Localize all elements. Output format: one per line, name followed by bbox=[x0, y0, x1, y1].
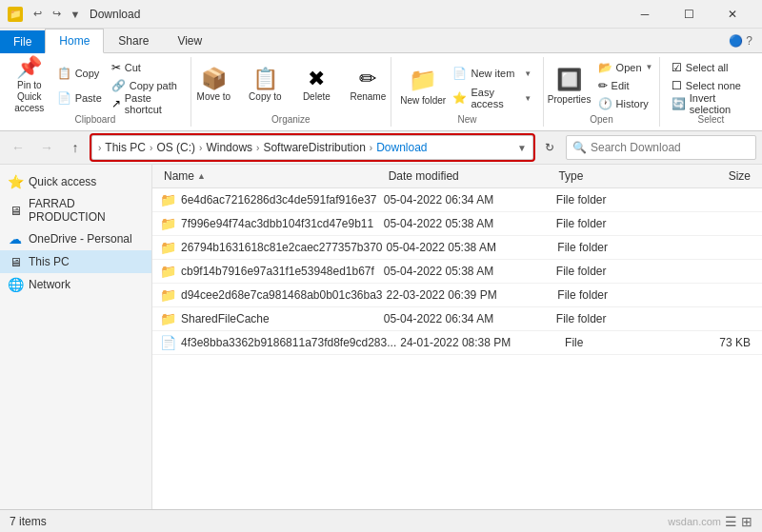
file-type: File folder bbox=[552, 190, 670, 209]
file-type: File folder bbox=[552, 214, 670, 233]
rename-button[interactable]: ✏ Rename bbox=[343, 59, 392, 112]
file-list: Name ▲ Date modified Type Size 📁 6e4d6ac… bbox=[152, 165, 762, 509]
col-header-date[interactable]: Date modified bbox=[385, 167, 555, 186]
address-bar[interactable]: › This PC › OS (C:) › Windows › Software… bbox=[91, 135, 533, 160]
pin-quick-access-button[interactable]: 📌 Pin to Quick access bbox=[8, 59, 51, 112]
table-row[interactable]: 📁 cb9f14b7916e97a31f1e53948ed1b67f 05-04… bbox=[152, 260, 762, 284]
tab-file[interactable]: File bbox=[0, 30, 45, 53]
table-row[interactable]: 📄 4f3e8bba3362b9186811a73fd8fe9cd283... … bbox=[152, 331, 762, 355]
file-name: d94cee2d68e7ca981468ab0b01c36ba3 bbox=[181, 288, 383, 302]
sidebar-item-network[interactable]: 🌐 Network bbox=[0, 273, 151, 296]
cut-button[interactable]: ✂ Cut bbox=[108, 59, 183, 76]
open-group-label: Open bbox=[590, 112, 612, 125]
select-all-button[interactable]: ☑ Select all bbox=[668, 59, 754, 75]
select-group: ☑ Select all ☐ Select none 🔄 Invert sele… bbox=[660, 57, 762, 127]
table-row[interactable]: 📁 6e4d6ac7216286d3c4de591faf916e37 05-04… bbox=[152, 188, 762, 212]
sidebar-item-onedrive[interactable]: ☁ OneDrive - Personal bbox=[0, 227, 151, 250]
rename-icon: ✏ bbox=[359, 69, 376, 89]
window-title: Download bbox=[90, 8, 140, 21]
maximize-button[interactable]: ☐ bbox=[667, 0, 711, 29]
select-none-label: Select none bbox=[686, 80, 741, 91]
table-row[interactable]: 📁 d94cee2d68e7ca981468ab0b01c36ba3 22-03… bbox=[152, 284, 762, 307]
tab-home[interactable]: Home bbox=[45, 29, 104, 53]
sidebar-item-this-pc[interactable]: 🖥 This PC bbox=[0, 250, 151, 273]
file-date: 05-04-2022 05:38 AM bbox=[380, 262, 552, 281]
sidebar-item-farrad[interactable]: 🖥 FARRAD PRODUCTION bbox=[0, 193, 151, 227]
move-to-button[interactable]: 📦 Move to bbox=[189, 59, 238, 112]
col-header-type[interactable]: Type bbox=[554, 167, 671, 186]
table-row[interactable]: 📁 7f996e94f74ac3dbb104f31cd47e9b11 05-04… bbox=[152, 212, 762, 236]
new-folder-button[interactable]: 📁 New folder bbox=[399, 59, 448, 112]
table-row[interactable]: 📁 26794b1631618c81e2caec277357b370 05-04… bbox=[152, 236, 762, 260]
view-icons[interactable]: ☰ bbox=[725, 514, 737, 529]
file-name: SharedFileCache bbox=[181, 312, 270, 325]
address-crumb-2[interactable]: Windows bbox=[206, 141, 252, 154]
main-area: ⭐ Quick access 🖥 FARRAD PRODUCTION ☁ One… bbox=[0, 165, 762, 509]
up-button[interactable]: ↑ bbox=[63, 135, 88, 160]
close-button[interactable]: ✕ bbox=[711, 0, 754, 29]
help-button[interactable]: 🔵 ? bbox=[719, 30, 762, 52]
customize-button[interactable]: ▼ bbox=[67, 6, 84, 23]
file-type: File folder bbox=[553, 286, 671, 305]
open-icon: 📂 bbox=[598, 61, 612, 74]
copy-label: Copy bbox=[75, 68, 100, 79]
history-button[interactable]: 🕐 History bbox=[594, 96, 657, 112]
invert-selection-button[interactable]: 🔄 Invert selection bbox=[668, 95, 754, 112]
sidebar-label-onedrive: OneDrive - Personal bbox=[29, 232, 132, 246]
item-count: 7 items bbox=[10, 515, 47, 528]
tab-view[interactable]: View bbox=[163, 29, 216, 53]
copy-to-icon: 📋 bbox=[252, 69, 278, 89]
address-crumb-1[interactable]: OS (C:) bbox=[156, 141, 195, 154]
redo-button[interactable]: ↪ bbox=[48, 6, 65, 23]
file-size bbox=[670, 268, 754, 274]
address-crumb-0[interactable]: This PC bbox=[105, 141, 146, 154]
col-header-size[interactable]: Size bbox=[671, 167, 754, 186]
paste-icon: 📄 bbox=[57, 91, 71, 105]
file-icon: 📁 bbox=[160, 287, 175, 303]
select-none-button[interactable]: ☐ Select none bbox=[668, 77, 754, 93]
forward-button[interactable]: → bbox=[34, 135, 59, 160]
paste-shortcut-icon: ↗ bbox=[111, 97, 121, 110]
delete-button[interactable]: ✖ Delete bbox=[291, 59, 341, 112]
address-crumb-4[interactable]: Download bbox=[376, 141, 427, 154]
search-bar[interactable]: 🔍 bbox=[566, 135, 756, 160]
address-dropdown-icon[interactable]: ▼ bbox=[517, 143, 527, 153]
sidebar-item-quick-access[interactable]: ⭐ Quick access bbox=[0, 170, 151, 193]
select-all-icon: ☑ bbox=[672, 61, 682, 74]
minimize-button[interactable]: ─ bbox=[623, 0, 667, 29]
view-tiles[interactable]: ⊞ bbox=[741, 514, 752, 529]
copy-to-button[interactable]: 📋 Copy to bbox=[240, 59, 290, 112]
paste-shortcut-button[interactable]: ↗ Paste shortcut bbox=[108, 95, 183, 112]
address-bar-area: ← → ↑ › This PC › OS (C:) › Windows › So… bbox=[0, 131, 762, 165]
edit-button[interactable]: ✏ Edit bbox=[594, 77, 657, 93]
paste-label: Paste bbox=[75, 92, 102, 104]
easy-access-button[interactable]: ⭐ Easy access ▼ bbox=[449, 89, 535, 107]
new-item-button[interactable]: 📄 New item ▼ bbox=[449, 65, 535, 82]
open-button[interactable]: 📂 Open ▼ bbox=[594, 59, 657, 75]
file-icon: 📁 bbox=[160, 311, 175, 326]
organize-group: 📦 Move to 📋 Copy to ✖ Delete ✏ Rename Or… bbox=[191, 57, 391, 127]
tab-share[interactable]: Share bbox=[104, 29, 163, 53]
paste-button[interactable]: 📄 Paste bbox=[53, 89, 106, 107]
file-rows-container: 📁 6e4d6ac7216286d3c4de591faf916e37 05-04… bbox=[152, 188, 762, 355]
undo-button[interactable]: ↩ bbox=[29, 6, 46, 23]
table-row[interactable]: 📁 SharedFileCache 05-04-2022 06:34 AM Fi… bbox=[152, 307, 762, 331]
easy-access-arrow: ▼ bbox=[524, 94, 531, 103]
file-type: File folder bbox=[552, 309, 670, 328]
copy-button[interactable]: 📋 Copy bbox=[53, 65, 106, 82]
search-input[interactable] bbox=[591, 141, 750, 154]
file-size bbox=[671, 292, 754, 298]
refresh-button[interactable]: ↻ bbox=[537, 135, 562, 160]
farrad-icon: 🖥 bbox=[8, 203, 23, 218]
col-header-name[interactable]: Name ▲ bbox=[160, 167, 385, 186]
col-size-label: Size bbox=[729, 169, 751, 183]
pin-label: Pin to Quick access bbox=[11, 80, 48, 114]
this-pc-icon: 🖥 bbox=[8, 254, 23, 269]
file-date: 05-04-2022 06:34 AM bbox=[380, 309, 552, 328]
file-icon: 📁 bbox=[160, 264, 175, 279]
properties-button[interactable]: 🔲 Properties bbox=[547, 59, 592, 112]
address-crumb-3[interactable]: SoftwareDistribution bbox=[263, 141, 365, 154]
file-date: 22-03-2022 06:39 PM bbox=[383, 286, 554, 305]
back-button[interactable]: ← bbox=[6, 135, 30, 160]
file-size bbox=[671, 245, 754, 250]
